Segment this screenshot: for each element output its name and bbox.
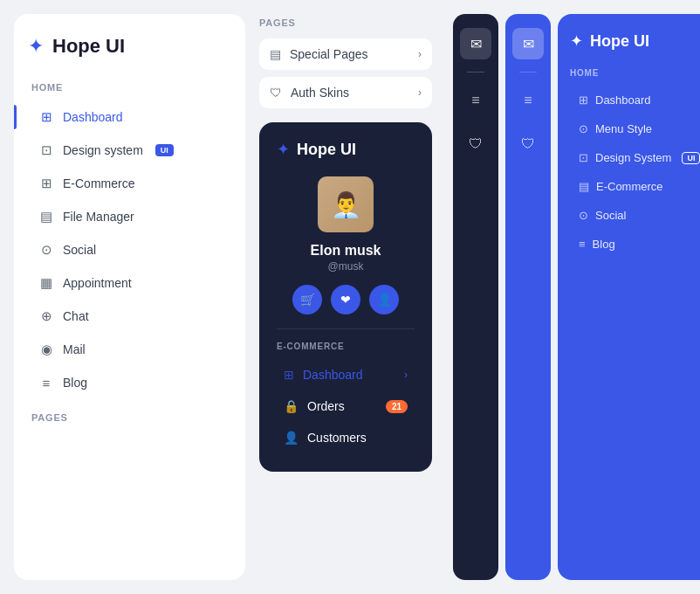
sidebar-item-dashboard[interactable]: ⊞ Dashboard (28, 101, 231, 133)
blue-ui-badge: UI (682, 152, 700, 164)
dark-nav-dashboard[interactable]: ⊞ Dashboard › (277, 360, 415, 390)
blue-home-label: HOME (570, 68, 700, 78)
blue-menu-icon: ⊙ (579, 122, 588, 135)
dark-nav-label: Dashboard (303, 368, 363, 382)
sidebar-item-label: Blog (63, 376, 87, 390)
sidebar-item-label: File Manager (63, 210, 134, 224)
ui-badge: UI (155, 144, 174, 156)
user-name: Elon musk (277, 243, 415, 259)
dark-orders-icon: 🔒 (284, 399, 299, 413)
dark-nav-label: Orders (307, 399, 345, 413)
card-logo-text: Hope UI (297, 141, 356, 159)
sidebar-item-appointment[interactable]: ▦ Appointment (28, 267, 231, 299)
ecommerce-icon: ⊞ (38, 176, 54, 191)
sidebar-item-mail[interactable]: ◉ Mail (28, 334, 231, 365)
blog-icon: ≡ (38, 375, 54, 390)
user-avatar: 👨‍💼 (318, 176, 374, 232)
sidebar-item-ecommerce[interactable]: ⊞ E-Commerce (28, 168, 231, 199)
logo-area: ✦ Hope UI (28, 35, 231, 58)
cart-social-btn[interactable]: 🛒 (292, 285, 322, 314)
blue-nav-label: Design System (595, 151, 671, 164)
sidebar-item-chat[interactable]: ⊕ Chat (28, 300, 231, 332)
blue-nav-blog[interactable]: ≡ Blog › (570, 231, 700, 258)
chevron-right-icon: › (404, 369, 408, 381)
blue-icon-sidebar: ✉ ≡ 🛡 (505, 14, 551, 580)
appointment-icon: ▦ (38, 275, 54, 291)
icon-sidebars-area: ✉ ≡ 🛡 ✉ ≡ 🛡 (446, 0, 558, 594)
blue-ecommerce-icon: ▤ (579, 180, 589, 193)
user-handle: @musk (277, 260, 415, 273)
dark-preview-card: ✦ Hope UI 👨‍💼 Elon musk @musk 🛒 ❤ 👤 E-CO… (259, 122, 432, 472)
file-icon: ▤ (38, 209, 54, 224)
chevron-right-icon: › (418, 48, 422, 60)
blue-nav-menu-style[interactable]: ⊙ Menu Style › (570, 115, 700, 142)
chat-icon: ⊕ (38, 308, 54, 324)
sidebar-item-file-manager[interactable]: ▤ File Manager (28, 201, 231, 232)
blue-logo-icon: ✦ (570, 31, 583, 51)
auth-icon: 🛡 (270, 86, 282, 100)
logo-icon: ✦ (28, 35, 44, 58)
sidebar-item-blog[interactable]: ≡ Blog (28, 367, 231, 398)
sidebar-item-label: E-Commerce (63, 176, 134, 190)
blue-logo-area: ✦ Hope UI (570, 31, 700, 51)
blue-mail-icon-btn[interactable]: ✉ (512, 28, 544, 59)
blue-nav-design-system[interactable]: ⊡ Design System UI › (570, 144, 700, 171)
blue-shield-icon-btn[interactable]: 🛡 (512, 128, 544, 160)
middle-panel: PAGES ▤ Special Pages › 🛡 Auth Skins › ✦… (245, 0, 446, 594)
dark-icon-sidebar: ✉ ≡ 🛡 (453, 14, 498, 580)
mail-icon: ◉ (38, 342, 54, 357)
pages-item-label: Auth Skins (291, 86, 349, 100)
dark-nav-customers[interactable]: 👤 Customers (277, 423, 415, 452)
special-pages-icon: ▤ (270, 47, 281, 61)
sidebar-item-label: Dashboard (63, 110, 123, 124)
blue-right-sidebar: ✦ Hope UI HOME ⊞ Dashboard ⊙ Menu Style … (558, 14, 700, 580)
home-section-label: HOME (28, 82, 231, 93)
card-divider (277, 328, 415, 329)
social-icons-row: 🛒 ❤ 👤 (277, 285, 415, 314)
blue-nav-label: Dashboard (595, 93, 651, 107)
design-icon: ⊡ (38, 142, 54, 158)
card-logo-icon: ✦ (277, 140, 290, 159)
pages-label: PAGES (259, 17, 432, 28)
blue-logo-text: Hope UI (590, 32, 649, 51)
avatar-face: 👨‍💼 (318, 176, 374, 232)
blue-nav-social[interactable]: ⊙ Social › (570, 202, 700, 229)
dark-customers-icon: 👤 (284, 431, 299, 445)
sidebar-divider (467, 72, 484, 73)
sidebar-item-design-system[interactable]: ⊡ Design system UI (28, 135, 231, 166)
blue-nav-label: E-Commerce (596, 180, 663, 193)
dark-nav-orders[interactable]: 🔒 Orders 21 (277, 391, 415, 421)
avatar-container: 👨‍💼 (277, 176, 415, 232)
dark-shield-icon-btn[interactable]: 🛡 (460, 128, 491, 160)
dark-dashboard-icon: ⊞ (284, 368, 294, 382)
sidebar-item-label: Social (63, 243, 96, 257)
ecommerce-label: E-COMMERCE (277, 342, 415, 351)
pages-item-label: Special Pages (290, 47, 368, 61)
dashboard-icon: ⊞ (38, 109, 54, 125)
blue-design-icon: ⊡ (579, 151, 588, 164)
blue-social-icon: ⊙ (579, 209, 588, 222)
pages-section-label: PAGES (28, 412, 231, 423)
heart-social-btn[interactable]: ❤ (331, 285, 360, 314)
blue-menu-icon-btn[interactable]: ≡ (512, 85, 544, 116)
blue-nav-label: Menu Style (595, 122, 652, 135)
sidebar-item-label: Chat (63, 309, 89, 323)
left-sidebar: ✦ Hope UI HOME ⊞ Dashboard ⊡ Design syst… (14, 14, 245, 580)
social-icon: ⊙ (38, 242, 54, 258)
sidebar-divider (519, 72, 537, 73)
dark-mail-icon-btn[interactable]: ✉ (460, 28, 491, 59)
blue-nav-ecommerce[interactable]: ▤ E-Commerce › (570, 173, 700, 200)
blue-blog-icon: ≡ (579, 238, 586, 251)
blue-nav-label: Social (595, 209, 626, 222)
sidebar-item-label: Mail (63, 342, 86, 356)
user-social-btn[interactable]: 👤 (369, 285, 399, 314)
card-logo: ✦ Hope UI (277, 140, 415, 159)
dark-menu-icon-btn[interactable]: ≡ (460, 85, 491, 116)
sidebar-item-label: Appointment (63, 276, 132, 290)
pages-item-special[interactable]: ▤ Special Pages › (259, 38, 432, 70)
blue-nav-dashboard[interactable]: ⊞ Dashboard (570, 86, 700, 114)
orders-count-badge: 21 (386, 400, 408, 413)
sidebar-item-label: Design system (63, 143, 143, 157)
pages-item-auth[interactable]: 🛡 Auth Skins › (259, 77, 432, 108)
sidebar-item-social[interactable]: ⊙ Social (28, 234, 231, 266)
